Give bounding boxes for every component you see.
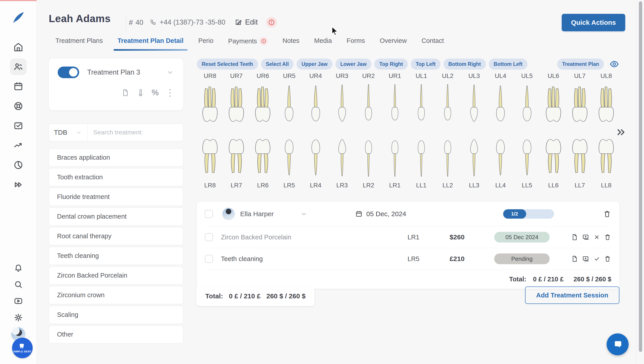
tooth-UR4[interactable] bbox=[303, 82, 329, 124]
sidebar-item-calendar[interactable] bbox=[10, 78, 27, 95]
treatment-list-item[interactable]: Zircon Backed Porcelain bbox=[49, 266, 183, 284]
tooth-UR5[interactable] bbox=[276, 82, 302, 124]
plan-kebab-menu-icon[interactable]: ⋮ bbox=[165, 88, 174, 97]
treatment-list-item[interactable]: Other bbox=[49, 325, 183, 344]
session-date[interactable]: 05 Dec, 2024 bbox=[355, 210, 406, 218]
tooth-UR8[interactable] bbox=[197, 82, 223, 124]
sidebar-item-tasks[interactable] bbox=[10, 118, 27, 134]
edit-patient-button[interactable]: Edit bbox=[234, 18, 258, 26]
tab-contact[interactable]: Contact bbox=[421, 34, 444, 52]
sidebar-item-support[interactable] bbox=[10, 98, 27, 114]
plan-toggle[interactable] bbox=[58, 66, 79, 78]
doctor-avatar[interactable] bbox=[222, 208, 235, 220]
row-document-icon[interactable] bbox=[571, 233, 578, 241]
treatment-list-item[interactable]: Dental crown placement bbox=[49, 208, 183, 226]
tooth-UL2[interactable] bbox=[435, 82, 461, 124]
tooth-UL6[interactable] bbox=[540, 82, 567, 124]
tooth-UL4[interactable] bbox=[487, 82, 514, 124]
tooth-UR2[interactable] bbox=[355, 82, 382, 124]
row-payment-icon[interactable] bbox=[582, 255, 590, 263]
sidebar-item-home[interactable] bbox=[10, 39, 27, 56]
search-treatment-input[interactable] bbox=[87, 124, 183, 141]
chip-bottom-left[interactable]: Bottom Left bbox=[489, 58, 528, 70]
treatment-list-item[interactable]: Zirconium crown bbox=[49, 286, 183, 304]
tab-overview[interactable]: Overview bbox=[380, 34, 407, 52]
notifications-button[interactable] bbox=[11, 261, 26, 275]
chip-bottom-right[interactable]: Bottom Right bbox=[444, 58, 486, 70]
tooth-LL4[interactable] bbox=[487, 136, 514, 179]
tooth-LL7[interactable] bbox=[567, 136, 593, 179]
tooth-UL1[interactable] bbox=[408, 82, 435, 124]
row-trash-icon[interactable] bbox=[604, 233, 611, 241]
row-trash-icon[interactable] bbox=[604, 255, 611, 262]
tooth-UL5[interactable] bbox=[514, 82, 540, 124]
sidebar-item-reports[interactable] bbox=[10, 157, 27, 173]
chat-fab-button[interactable] bbox=[607, 334, 628, 355]
tooth-LR3[interactable] bbox=[329, 136, 355, 179]
patient-warning-button[interactable] bbox=[266, 17, 277, 28]
treatment-category-select[interactable]: TDB bbox=[49, 124, 87, 141]
row-complete-check-icon[interactable] bbox=[593, 255, 600, 262]
row-checkbox[interactable] bbox=[205, 255, 213, 263]
tutorials-button[interactable] bbox=[11, 294, 26, 308]
treatment-list-item[interactable]: Scaling bbox=[49, 306, 183, 324]
chip-reset-selected-teeth[interactable]: Reset Selected Teeth bbox=[197, 58, 258, 70]
treatment-list-item[interactable]: Fluoride treatment bbox=[49, 188, 183, 206]
tooth-UR3[interactable] bbox=[329, 82, 355, 124]
row-status-badge[interactable]: 05 Dec 2024 bbox=[494, 232, 550, 242]
eye-icon[interactable] bbox=[609, 59, 619, 69]
tooth-UR6[interactable] bbox=[250, 82, 276, 124]
tooth-LL6[interactable] bbox=[540, 136, 567, 179]
treatment-list-item[interactable]: Tooth extraction bbox=[49, 168, 183, 186]
tooth-LL2[interactable] bbox=[435, 136, 461, 179]
search-button[interactable] bbox=[11, 277, 26, 292]
tooth-UL7[interactable] bbox=[567, 82, 593, 124]
tab-treatment-plan-detail[interactable]: Treatment Plan Detail bbox=[118, 34, 183, 52]
tooth-UR7[interactable] bbox=[223, 82, 250, 124]
tooth-LR6[interactable] bbox=[250, 136, 276, 179]
treatment-list-item[interactable]: Root canal therapy bbox=[49, 227, 183, 245]
plan-chevron-down-icon[interactable] bbox=[166, 68, 174, 76]
chip-select-all[interactable]: Select All bbox=[261, 58, 294, 70]
add-treatment-session-button[interactable]: Add Treatment Session bbox=[525, 286, 619, 304]
quick-actions-button[interactable]: Quick Actions bbox=[562, 14, 625, 31]
vertical-scrollbar[interactable] bbox=[639, 1, 642, 352]
chip-top-left[interactable]: Top Left bbox=[411, 58, 441, 70]
tab-perio[interactable]: Perio bbox=[198, 34, 213, 52]
tooth-UL8[interactable] bbox=[593, 82, 619, 124]
tab-notes[interactable]: Notes bbox=[282, 34, 299, 52]
tooth-UL3[interactable] bbox=[461, 82, 487, 124]
settings-button[interactable] bbox=[11, 310, 26, 325]
tab-treatment-plans[interactable]: Treatment Plans bbox=[56, 34, 103, 52]
chip-treatment-plan[interactable]: Treatment Plan bbox=[557, 58, 604, 70]
plan-percent-icon[interactable]: % bbox=[152, 88, 159, 97]
treatment-list-item[interactable]: Teeth cleaning bbox=[49, 247, 183, 265]
sidebar-item-patients[interactable] bbox=[10, 58, 27, 75]
row-status-badge[interactable]: Pending bbox=[494, 254, 550, 264]
chip-lower-jaw[interactable]: Lower Jaw bbox=[335, 58, 372, 70]
session-checkbox[interactable] bbox=[205, 210, 213, 218]
sidebar-item-analytics[interactable] bbox=[10, 137, 27, 154]
expand-chart-icon[interactable] bbox=[615, 126, 627, 138]
sidebar-item-fast-forward[interactable] bbox=[10, 176, 27, 193]
doctor-chevron-down-icon[interactable] bbox=[300, 210, 308, 218]
row-checkbox[interactable] bbox=[205, 233, 213, 241]
tooth-LR1[interactable] bbox=[382, 136, 408, 179]
simple-dent-badge[interactable]: SIMPLE DENT bbox=[12, 338, 33, 358]
tooth-LR8[interactable] bbox=[197, 136, 223, 179]
tooth-LR2[interactable] bbox=[355, 136, 382, 179]
tooth-LL3[interactable] bbox=[461, 136, 487, 179]
treatment-list-item[interactable]: Braces application bbox=[49, 148, 183, 166]
tooth-LL1[interactable] bbox=[408, 136, 435, 179]
tab-payments[interactable]: Payments bbox=[228, 34, 268, 53]
tooth-LR7[interactable] bbox=[223, 136, 250, 179]
row-payment-icon[interactable] bbox=[582, 233, 590, 241]
chip-upper-jaw[interactable]: Upper Jaw bbox=[297, 58, 332, 70]
plan-document-icon[interactable] bbox=[121, 88, 130, 97]
tab-forms[interactable]: Forms bbox=[347, 34, 365, 52]
row-cancel-x-icon[interactable] bbox=[593, 234, 600, 241]
row-document-icon[interactable] bbox=[571, 255, 578, 262]
tooth-LL5[interactable] bbox=[514, 136, 540, 179]
tooth-LR5[interactable] bbox=[276, 136, 302, 179]
session-trash-icon[interactable] bbox=[603, 210, 611, 218]
